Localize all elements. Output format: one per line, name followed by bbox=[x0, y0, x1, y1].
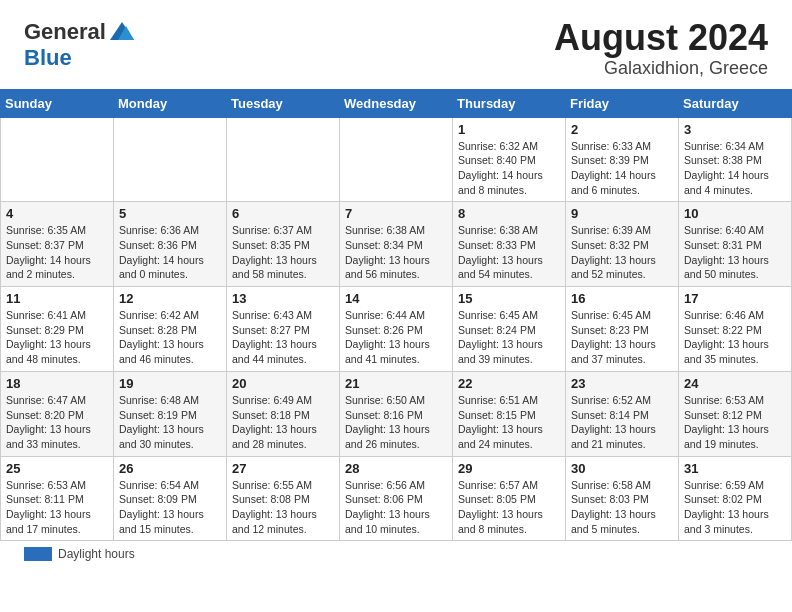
calendar-cell: 27Sunrise: 6:55 AMSunset: 8:08 PMDayligh… bbox=[227, 456, 340, 541]
calendar-cell: 28Sunrise: 6:56 AMSunset: 8:06 PMDayligh… bbox=[340, 456, 453, 541]
day-number: 28 bbox=[345, 461, 447, 476]
day-info: Sunrise: 6:48 AMSunset: 8:19 PMDaylight:… bbox=[119, 393, 221, 452]
calendar-cell: 15Sunrise: 6:45 AMSunset: 8:24 PMDayligh… bbox=[453, 287, 566, 372]
day-number: 26 bbox=[119, 461, 221, 476]
day-info: Sunrise: 6:45 AMSunset: 8:23 PMDaylight:… bbox=[571, 308, 673, 367]
calendar-cell: 30Sunrise: 6:58 AMSunset: 8:03 PMDayligh… bbox=[566, 456, 679, 541]
day-number: 20 bbox=[232, 376, 334, 391]
calendar-cell: 3Sunrise: 6:34 AMSunset: 8:38 PMDaylight… bbox=[679, 117, 792, 202]
calendar-week-2: 4Sunrise: 6:35 AMSunset: 8:37 PMDaylight… bbox=[1, 202, 792, 287]
calendar-header-row: SundayMondayTuesdayWednesdayThursdayFrid… bbox=[1, 89, 792, 117]
calendar-cell bbox=[114, 117, 227, 202]
day-number: 7 bbox=[345, 206, 447, 221]
day-number: 25 bbox=[6, 461, 108, 476]
day-number: 10 bbox=[684, 206, 786, 221]
calendar-cell: 1Sunrise: 6:32 AMSunset: 8:40 PMDaylight… bbox=[453, 117, 566, 202]
day-header-monday: Monday bbox=[114, 89, 227, 117]
day-header-sunday: Sunday bbox=[1, 89, 114, 117]
calendar-cell bbox=[340, 117, 453, 202]
day-number: 15 bbox=[458, 291, 560, 306]
day-info: Sunrise: 6:55 AMSunset: 8:08 PMDaylight:… bbox=[232, 478, 334, 537]
day-number: 13 bbox=[232, 291, 334, 306]
calendar-cell: 31Sunrise: 6:59 AMSunset: 8:02 PMDayligh… bbox=[679, 456, 792, 541]
day-info: Sunrise: 6:53 AMSunset: 8:12 PMDaylight:… bbox=[684, 393, 786, 452]
day-info: Sunrise: 6:54 AMSunset: 8:09 PMDaylight:… bbox=[119, 478, 221, 537]
day-info: Sunrise: 6:34 AMSunset: 8:38 PMDaylight:… bbox=[684, 139, 786, 198]
day-number: 31 bbox=[684, 461, 786, 476]
day-number: 2 bbox=[571, 122, 673, 137]
month-title: August 2024 Galaxidhion, Greece bbox=[554, 18, 768, 79]
calendar-cell: 18Sunrise: 6:47 AMSunset: 8:20 PMDayligh… bbox=[1, 371, 114, 456]
day-info: Sunrise: 6:38 AMSunset: 8:34 PMDaylight:… bbox=[345, 223, 447, 282]
day-info: Sunrise: 6:43 AMSunset: 8:27 PMDaylight:… bbox=[232, 308, 334, 367]
calendar-cell: 10Sunrise: 6:40 AMSunset: 8:31 PMDayligh… bbox=[679, 202, 792, 287]
day-info: Sunrise: 6:51 AMSunset: 8:15 PMDaylight:… bbox=[458, 393, 560, 452]
legend-label: Daylight hours bbox=[58, 547, 135, 561]
day-number: 5 bbox=[119, 206, 221, 221]
calendar-cell: 24Sunrise: 6:53 AMSunset: 8:12 PMDayligh… bbox=[679, 371, 792, 456]
logo-general: General bbox=[24, 20, 106, 44]
calendar-cell: 8Sunrise: 6:38 AMSunset: 8:33 PMDaylight… bbox=[453, 202, 566, 287]
day-number: 29 bbox=[458, 461, 560, 476]
calendar-cell bbox=[1, 117, 114, 202]
day-number: 1 bbox=[458, 122, 560, 137]
calendar-cell: 20Sunrise: 6:49 AMSunset: 8:18 PMDayligh… bbox=[227, 371, 340, 456]
calendar-week-5: 25Sunrise: 6:53 AMSunset: 8:11 PMDayligh… bbox=[1, 456, 792, 541]
day-number: 11 bbox=[6, 291, 108, 306]
calendar-cell: 19Sunrise: 6:48 AMSunset: 8:19 PMDayligh… bbox=[114, 371, 227, 456]
day-info: Sunrise: 6:47 AMSunset: 8:20 PMDaylight:… bbox=[6, 393, 108, 452]
calendar-cell: 29Sunrise: 6:57 AMSunset: 8:05 PMDayligh… bbox=[453, 456, 566, 541]
calendar-cell: 5Sunrise: 6:36 AMSunset: 8:36 PMDaylight… bbox=[114, 202, 227, 287]
logo: General Blue bbox=[24, 18, 136, 70]
day-info: Sunrise: 6:44 AMSunset: 8:26 PMDaylight:… bbox=[345, 308, 447, 367]
day-info: Sunrise: 6:50 AMSunset: 8:16 PMDaylight:… bbox=[345, 393, 447, 452]
day-number: 23 bbox=[571, 376, 673, 391]
day-header-saturday: Saturday bbox=[679, 89, 792, 117]
page-header: General Blue August 2024 Galaxidhion, Gr… bbox=[0, 0, 792, 89]
calendar-week-4: 18Sunrise: 6:47 AMSunset: 8:20 PMDayligh… bbox=[1, 371, 792, 456]
calendar-cell: 9Sunrise: 6:39 AMSunset: 8:32 PMDaylight… bbox=[566, 202, 679, 287]
day-info: Sunrise: 6:57 AMSunset: 8:05 PMDaylight:… bbox=[458, 478, 560, 537]
day-info: Sunrise: 6:42 AMSunset: 8:28 PMDaylight:… bbox=[119, 308, 221, 367]
day-number: 21 bbox=[345, 376, 447, 391]
calendar-cell: 13Sunrise: 6:43 AMSunset: 8:27 PMDayligh… bbox=[227, 287, 340, 372]
day-number: 19 bbox=[119, 376, 221, 391]
day-number: 30 bbox=[571, 461, 673, 476]
location: Galaxidhion, Greece bbox=[554, 58, 768, 79]
day-info: Sunrise: 6:33 AMSunset: 8:39 PMDaylight:… bbox=[571, 139, 673, 198]
day-info: Sunrise: 6:53 AMSunset: 8:11 PMDaylight:… bbox=[6, 478, 108, 537]
calendar-cell: 4Sunrise: 6:35 AMSunset: 8:37 PMDaylight… bbox=[1, 202, 114, 287]
calendar-table: SundayMondayTuesdayWednesdayThursdayFrid… bbox=[0, 89, 792, 542]
day-info: Sunrise: 6:32 AMSunset: 8:40 PMDaylight:… bbox=[458, 139, 560, 198]
calendar-cell bbox=[227, 117, 340, 202]
calendar-cell: 16Sunrise: 6:45 AMSunset: 8:23 PMDayligh… bbox=[566, 287, 679, 372]
day-info: Sunrise: 6:35 AMSunset: 8:37 PMDaylight:… bbox=[6, 223, 108, 282]
day-number: 27 bbox=[232, 461, 334, 476]
calendar-week-3: 11Sunrise: 6:41 AMSunset: 8:29 PMDayligh… bbox=[1, 287, 792, 372]
calendar-cell: 17Sunrise: 6:46 AMSunset: 8:22 PMDayligh… bbox=[679, 287, 792, 372]
day-info: Sunrise: 6:39 AMSunset: 8:32 PMDaylight:… bbox=[571, 223, 673, 282]
day-info: Sunrise: 6:45 AMSunset: 8:24 PMDaylight:… bbox=[458, 308, 560, 367]
day-number: 4 bbox=[6, 206, 108, 221]
day-number: 18 bbox=[6, 376, 108, 391]
day-info: Sunrise: 6:38 AMSunset: 8:33 PMDaylight:… bbox=[458, 223, 560, 282]
day-info: Sunrise: 6:46 AMSunset: 8:22 PMDaylight:… bbox=[684, 308, 786, 367]
logo-blue: Blue bbox=[24, 45, 72, 70]
calendar-cell: 6Sunrise: 6:37 AMSunset: 8:35 PMDaylight… bbox=[227, 202, 340, 287]
day-number: 3 bbox=[684, 122, 786, 137]
day-info: Sunrise: 6:41 AMSunset: 8:29 PMDaylight:… bbox=[6, 308, 108, 367]
legend: Daylight hours bbox=[0, 541, 792, 569]
day-number: 24 bbox=[684, 376, 786, 391]
calendar-cell: 11Sunrise: 6:41 AMSunset: 8:29 PMDayligh… bbox=[1, 287, 114, 372]
day-number: 14 bbox=[345, 291, 447, 306]
day-number: 9 bbox=[571, 206, 673, 221]
day-header-wednesday: Wednesday bbox=[340, 89, 453, 117]
day-info: Sunrise: 6:40 AMSunset: 8:31 PMDaylight:… bbox=[684, 223, 786, 282]
day-number: 22 bbox=[458, 376, 560, 391]
day-header-friday: Friday bbox=[566, 89, 679, 117]
calendar-cell: 23Sunrise: 6:52 AMSunset: 8:14 PMDayligh… bbox=[566, 371, 679, 456]
day-info: Sunrise: 6:56 AMSunset: 8:06 PMDaylight:… bbox=[345, 478, 447, 537]
month-year: August 2024 bbox=[554, 18, 768, 58]
day-info: Sunrise: 6:49 AMSunset: 8:18 PMDaylight:… bbox=[232, 393, 334, 452]
day-number: 17 bbox=[684, 291, 786, 306]
